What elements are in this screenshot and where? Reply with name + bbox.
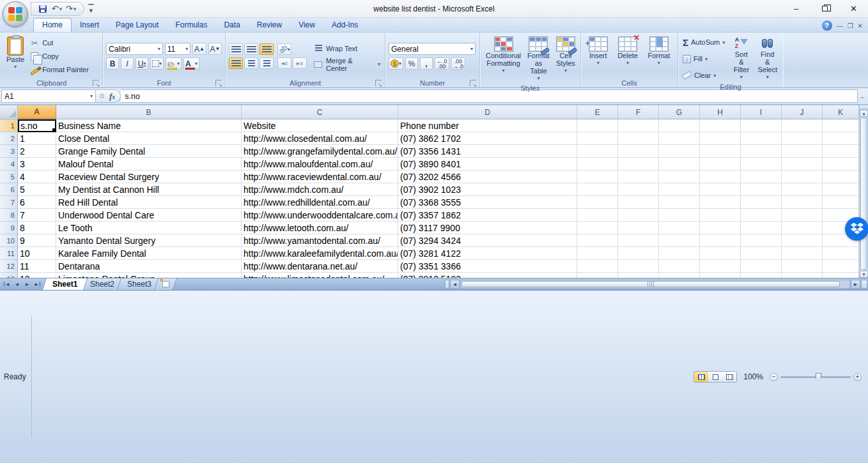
column-header-I[interactable]: I [741, 105, 782, 119]
cell-K6[interactable] [823, 183, 859, 196]
fill-color-button[interactable]: 🗁▾ [166, 57, 182, 70]
orientation-button[interactable]: ab▾ [277, 43, 291, 55]
number-format-combo[interactable]: General▾ [389, 43, 476, 55]
cell-B13[interactable]: Limestone Dental Group [56, 273, 242, 278]
cell-E1[interactable] [577, 119, 618, 132]
cell-B9[interactable]: Le Tooth [56, 222, 242, 234]
cell-C6[interactable]: http://www.mdch.com.au/ [242, 183, 398, 196]
cell-G6[interactable] [659, 183, 700, 196]
ribbon-tab-home[interactable]: Home [33, 18, 72, 32]
cell-H11[interactable] [700, 247, 741, 260]
row-header-4[interactable]: 4 [0, 158, 18, 171]
cell-F10[interactable] [618, 234, 659, 247]
cell-A8[interactable]: 7 [18, 209, 56, 222]
column-header-F[interactable]: F [618, 105, 659, 119]
select-all-corner[interactable] [0, 105, 18, 119]
cell-I5[interactable] [741, 171, 782, 183]
merge-center-arrow-icon[interactable]: ▾ [378, 61, 380, 67]
cell-J13[interactable] [782, 273, 823, 278]
cell-J8[interactable] [782, 209, 823, 222]
cell-G11[interactable] [659, 247, 700, 260]
name-box-arrow-icon[interactable]: ▾ [90, 93, 93, 99]
row-header-3[interactable]: 3 [0, 145, 18, 158]
find-select-button[interactable]: Find & Select▾ [755, 35, 780, 82]
cell-H10[interactable] [700, 234, 741, 247]
cell-J1[interactable] [782, 119, 823, 132]
wrap-text-button[interactable]: Wrap Text [312, 42, 382, 55]
cell-H7[interactable] [700, 196, 741, 209]
scroll-right-icon[interactable]: ► [851, 280, 860, 289]
align-center-button[interactable] [244, 57, 258, 69]
cell-H5[interactable] [700, 171, 741, 183]
tab-split-handle[interactable] [445, 280, 449, 289]
cell-A10[interactable]: 9 [18, 234, 56, 247]
cell-G1[interactable] [659, 119, 700, 132]
cell-E10[interactable] [577, 234, 618, 247]
font-size-combo[interactable]: 11▾ [165, 43, 191, 55]
cell-D1[interactable]: Phone number [398, 119, 577, 132]
customize-qat-button[interactable]: ▔▾ [88, 6, 93, 11]
row-header-7[interactable]: 7 [0, 196, 18, 209]
decrease-decimal-button[interactable]: .00→.0 [451, 57, 466, 70]
cell-G10[interactable] [659, 234, 700, 247]
borders-button[interactable]: ▾ [150, 57, 164, 70]
cut-button[interactable]: ✂Cut [28, 36, 90, 49]
cell-E6[interactable] [577, 183, 618, 196]
column-header-E[interactable]: E [577, 105, 618, 119]
first-sheet-icon[interactable]: Ⅰ◄ [2, 280, 12, 289]
row-header-2[interactable]: 2 [0, 132, 18, 145]
page-break-view-button[interactable] [722, 372, 736, 382]
cell-K12[interactable] [823, 260, 859, 273]
row-header-11[interactable]: 11 [0, 247, 18, 260]
cell-G4[interactable] [659, 158, 700, 171]
sort-filter-button[interactable]: AZ Sort & Filter▾ [730, 35, 752, 82]
cell-D12[interactable]: (07) 3351 3366 [398, 260, 577, 273]
cell-F6[interactable] [618, 183, 659, 196]
cell-J7[interactable] [782, 196, 823, 209]
cell-C2[interactable]: http://www.closedental.com.au/ [242, 132, 398, 145]
increase-indent-button[interactable]: ▸≡ [293, 57, 307, 69]
decrease-indent-button[interactable]: ◂≡ [277, 57, 291, 69]
row-header-9[interactable]: 9 [0, 222, 18, 234]
cell-C11[interactable]: http://www.karaleefamilydental.com.au/ [242, 247, 398, 260]
cell-I12[interactable] [741, 260, 782, 273]
cell-H9[interactable] [700, 222, 741, 234]
cell-K5[interactable] [823, 171, 859, 183]
ribbon-tab-page-layout[interactable]: Page Layout [107, 19, 167, 32]
row-header-13[interactable]: 13 [0, 273, 18, 278]
cell-F7[interactable] [618, 196, 659, 209]
cell-C13[interactable]: http://www.limestonedental.com.au/ [242, 273, 398, 278]
cell-A12[interactable]: 11 [18, 260, 56, 273]
cell-G12[interactable] [659, 260, 700, 273]
dropbox-badge[interactable] [845, 217, 868, 241]
align-right-button[interactable] [260, 57, 274, 69]
split-handle[interactable] [860, 105, 868, 110]
cell-E5[interactable] [577, 171, 618, 183]
cell-F9[interactable] [618, 222, 659, 234]
cell-J6[interactable] [782, 183, 823, 196]
ribbon-tab-data[interactable]: Data [215, 19, 248, 32]
zoom-slider-track[interactable] [780, 376, 851, 378]
cell-I10[interactable] [741, 234, 782, 247]
font-color-button[interactable]: A▾ [183, 57, 199, 70]
cell-K2[interactable] [823, 132, 859, 145]
number-dialog-launcher[interactable] [470, 80, 476, 86]
italic-button[interactable]: I [121, 57, 134, 70]
scroll-left-icon[interactable]: ◄ [450, 280, 460, 289]
zoom-level[interactable]: 100% [743, 372, 763, 381]
cell-D11[interactable]: (07) 3281 4122 [398, 247, 577, 260]
insert-cells-button[interactable]: + Insert▾ [586, 35, 610, 77]
redo-dropdown-arrow-icon[interactable]: ▾ [74, 6, 77, 12]
cell-C7[interactable]: http://www.redhilldental.com.au/ [242, 196, 398, 209]
cell-K3[interactable] [823, 145, 859, 158]
save-button[interactable] [36, 3, 49, 15]
cell-H13[interactable] [700, 273, 741, 278]
cell-E12[interactable] [577, 260, 618, 273]
cell-D10[interactable]: (07) 3294 3424 [398, 234, 577, 247]
normal-view-button[interactable] [694, 372, 708, 382]
cell-F3[interactable] [618, 145, 659, 158]
last-sheet-icon[interactable]: ►Ⅰ [33, 280, 42, 289]
row-header-6[interactable]: 6 [0, 183, 18, 196]
cell-D9[interactable]: (07) 3117 9900 [398, 222, 577, 234]
cell-I1[interactable] [741, 119, 782, 132]
